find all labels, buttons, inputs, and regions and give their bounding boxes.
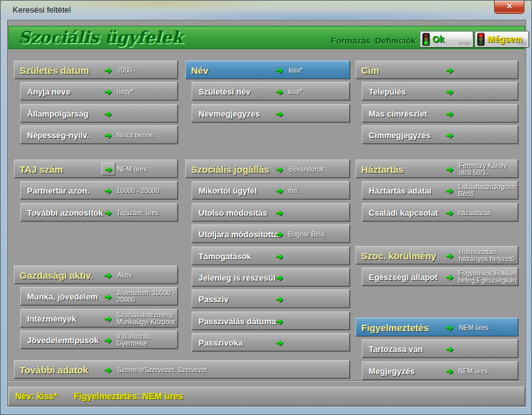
field-label: Intézmények: [27, 313, 76, 323]
criteria-row-mas-cimreszlet[interactable]: Más címrészlet➔: [362, 104, 518, 122]
field-label: Tartozása van: [369, 344, 423, 353]
field-value: Személy/Szervezet: Szervezet: [117, 366, 348, 373]
field-label: Címmegjegyzés: [369, 130, 431, 139]
field-label: Támogatások: [199, 251, 252, 260]
field-value: nagy*: [117, 88, 176, 95]
field-label: Utolsó módosítás: [199, 208, 267, 217]
green-arrow-icon: ➔: [104, 87, 112, 96]
ok-button[interactable]: Ok Enter: [420, 31, 473, 47]
green-arrow-icon: ➔: [275, 273, 283, 282]
field-label: Passziv: [199, 294, 229, 303]
field-label: Passziválás dátuma: [199, 316, 276, 325]
criteria-row-cim[interactable]: Cím➔: [356, 61, 518, 79]
criteria-row-nepesseg-nyilv[interactable]: Népesség-nyilv.➔Nincs benne: [20, 126, 178, 144]
traffic-light-green-icon: [422, 33, 430, 46]
criteria-row-utolso-modositas[interactable]: Utolsó módosítás➔: [192, 203, 350, 221]
green-arrow-icon: ➔: [446, 165, 453, 173]
criteria-row-szuletesi-nev[interactable]: Születési név➔kiss*: [192, 82, 350, 100]
field-value: Bevándorolt: [289, 165, 348, 172]
criteria-row-gazdasagi-aktiv[interactable]: Gazdasági aktiv.➔Aktív: [14, 266, 178, 284]
criteria-row-mikortol-ugyfel[interactable]: Mikortól ügyfél➔ma: [192, 181, 350, 199]
criteria-row-egeszsegi-allapot[interactable]: Egészségi állapot➔Fogyatékos,Rokkant bet…: [362, 267, 518, 286]
criteria-row-partnertar-azon[interactable]: Partnertár azon.➔10000 - 20000: [20, 181, 178, 199]
green-arrow-icon: ➔: [104, 186, 112, 195]
close-button[interactable]: ✕: [494, 1, 524, 14]
cancel-button[interactable]: Mégsem Esc: [475, 31, 529, 47]
criteria-row-haztartas-adatai[interactable]: Háztartás adatai➔LakáshasznJogcím: Bérlő: [362, 181, 518, 199]
criteria-row-csaladi-kapcsolat[interactable]: Családi kapcsolat➔házastársa: [362, 203, 518, 221]
criteria-row-nevmegjegyzes[interactable]: Névmegjegyzés➔: [192, 104, 350, 122]
criteria-row-jelenleg-is-reszesul[interactable]: Jelenleg is részesül➔: [192, 268, 350, 286]
search-criteria-window: Keresési feltétel ✕ Szociális ügyfelek F…: [0, 0, 532, 415]
field-label: Munka, jövedelem: [27, 291, 98, 301]
field-value: kiss*: [288, 88, 349, 95]
criteria-row-passzivoka[interactable]: Passzivoka➔: [192, 333, 350, 351]
criteria-row-munka-jovedelem[interactable]: Munka, jövedelem➔Jövedelem: 10000 - 2000…: [20, 287, 178, 305]
field-value: SzociálisIntézmény: Munkaügyi Központ: [117, 312, 176, 325]
green-arrow-icon: ➔: [104, 271, 112, 279]
criteria-row-szuletes-datum[interactable]: Születés dátum➔2000 -: [14, 61, 178, 79]
green-arrow-icon: ➔: [446, 131, 453, 139]
criteria-row-tartozasa-van[interactable]: Tartozása van➔: [362, 339, 518, 358]
green-arrow-icon: ➔: [446, 366, 453, 375]
field-label: Figyelmeztetés: [361, 322, 429, 332]
field-label: Jövedelemtípusok: [27, 335, 98, 344]
green-arrow-icon: ➔: [104, 292, 112, 301]
menu-formatting[interactable]: Formázás: [331, 36, 371, 45]
criteria-row-nev[interactable]: Név➔kiss*: [185, 61, 350, 79]
criteria-row-anyja-neve[interactable]: Anyja neve➔nagy*: [20, 82, 178, 100]
criteria-row-utoljara-modositotta[interactable]: Utoljára módosította➔Bognár Béla: [192, 225, 350, 243]
field-label: Háztartás adatai: [369, 185, 432, 195]
green-arrow-icon: ➔: [275, 295, 283, 303]
criteria-row-taj-szam[interactable]: TAJ szám➔NEM üres: [14, 160, 178, 178]
criteria-row-cimmegjegyzes[interactable]: Címmegjegyzés➔: [362, 126, 518, 144]
criteria-row-megjegyzes[interactable]: Megjegyzés➔NEM üres: [362, 361, 518, 380]
criteria-row-telepules[interactable]: Település➔: [362, 82, 518, 100]
field-label: Születési név: [199, 86, 250, 96]
criteria-row-passzivalas-datuma[interactable]: Passziválás dátuma➔: [192, 312, 350, 330]
field-label: TAJ szám: [20, 163, 63, 174]
traffic-light-red-icon: [477, 33, 485, 46]
ok-shortcut: Enter: [459, 40, 471, 46]
field-label: Családi kapcsolat: [369, 208, 438, 217]
field-value: Bognár Béla: [288, 230, 349, 237]
criteria-row-allampolgarsag[interactable]: Állampolgárság➔: [20, 104, 178, 122]
green-arrow-icon: ➔: [104, 66, 112, 74]
green-arrow-icon: ➔: [275, 338, 283, 347]
field-label: Egészségi állapot: [369, 272, 437, 281]
criteria-row-intezmenyek[interactable]: Intézmények➔SzociálisIntézmény: Munkaügy…: [20, 309, 178, 327]
green-arrow-icon: ➔: [446, 272, 453, 281]
status-name-filter: Név: kiss*: [15, 391, 57, 401]
green-arrow-icon: ➔: [446, 208, 453, 217]
field-label: További azonosítók: [27, 208, 103, 217]
criteria-row-figyelmeztetes[interactable]: Figyelmeztetés➔NEM üres: [356, 318, 518, 336]
menu-definitions[interactable]: Definíciók: [375, 36, 416, 45]
field-value: TajSzám: üres: [117, 209, 176, 216]
field-label: Mikortól ügyfél: [199, 185, 257, 195]
criteria-row-passziv[interactable]: Passziv➔: [192, 289, 350, 308]
criteria-row-jovedelemtipusok[interactable]: Jövedelemtípusok➔Vállalkozás, Gyermeke: [20, 330, 178, 349]
criteria-row-tamogatasok[interactable]: Támogatások➔: [192, 247, 350, 265]
criteria-row-szocialis-jogallas[interactable]: Szociális jogállás➔Bevándorolt: [185, 160, 350, 178]
panel-divider: [8, 380, 525, 382]
field-value: LakáshasznJogcím: Bérlő: [458, 184, 517, 197]
green-arrow-icon: ➔: [104, 314, 112, 323]
criteria-row-szoc-korulmeny[interactable]: Szoc. körülmény➔Halmozottan hátrányos he…: [356, 246, 518, 264]
green-arrow-icon: ➔: [104, 208, 112, 217]
cancel-shortcut: Esc: [518, 40, 526, 46]
field-label: Szociális jogállás: [191, 163, 269, 174]
title-bar[interactable]: Keresési feltétel ✕: [1, 1, 531, 20]
criteria-row-tovabbi-azonositok[interactable]: További azonosítók➔TajSzám: üres: [20, 203, 178, 221]
status-warning-filter: Figyelmeztetés: NEM üres: [74, 391, 183, 401]
green-arrow-icon: ➔: [446, 87, 453, 96]
green-arrow-icon: ➔: [446, 186, 453, 195]
ok-button-label: Ok: [432, 34, 444, 44]
green-arrow-icon: ➔: [275, 252, 283, 260]
criteria-row-haztartas[interactable]: Háztartás➔Ferenczy Károly utca 50/1.: [356, 160, 518, 178]
green-arrow-icon: ➔: [101, 162, 115, 175]
criteria-row-tovabbi-adatok[interactable]: További adatok➔Személy/Szervezet: Szerve…: [14, 360, 350, 378]
field-label: Háztartás: [361, 163, 404, 174]
field-label: Szoc. körülmény: [361, 250, 436, 260]
field-label: Partnertár azon.: [27, 185, 90, 195]
field-label: Állampolgárság: [27, 108, 89, 118]
